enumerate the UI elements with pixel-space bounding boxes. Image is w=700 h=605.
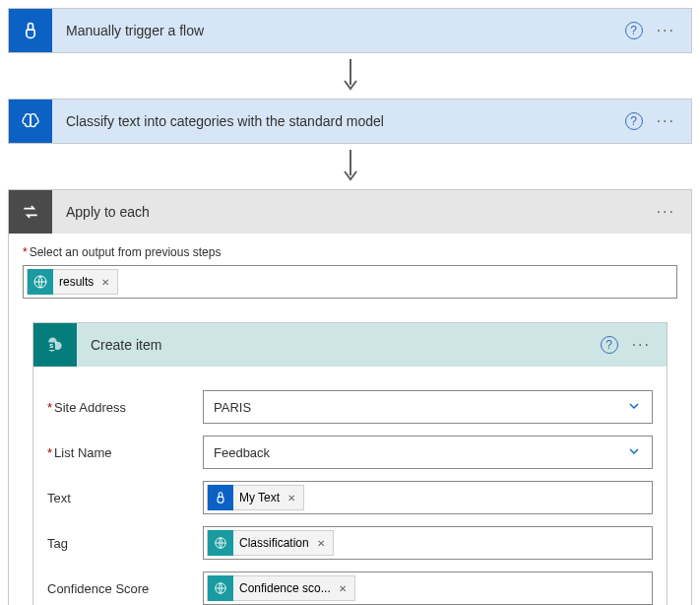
touch-icon [9, 9, 52, 52]
more-icon[interactable]: ··· [653, 203, 679, 221]
apply-each-header[interactable]: Apply to each ··· [9, 190, 691, 234]
select-output-input[interactable]: results ✕ [23, 265, 677, 299]
token-label: results [59, 275, 94, 289]
close-icon[interactable]: ✕ [101, 277, 109, 288]
step-classify-text[interactable]: Classify text into categories with the s… [8, 99, 692, 144]
more-icon[interactable]: ··· [653, 112, 679, 130]
text-label: Text [47, 491, 195, 505]
token-label: Classification [239, 536, 309, 550]
text-input[interactable]: My Text ✕ [203, 481, 653, 514]
token-label: Confidence sco... [239, 581, 331, 595]
list-name-select[interactable]: Feedback [203, 436, 653, 469]
select-output-label: Select an output from previous steps [23, 245, 677, 259]
globe-icon [28, 269, 53, 295]
arrow-connector [8, 53, 692, 99]
token-results[interactable]: results ✕ [27, 269, 118, 295]
sharepoint-icon: S [33, 323, 77, 367]
token-label: My Text [239, 491, 280, 504]
step-title: Classify text into categories with the s… [52, 113, 625, 129]
site-address-label: Site Address [47, 400, 195, 415]
token-classification[interactable]: Classification ✕ [207, 530, 334, 556]
globe-icon [208, 530, 233, 556]
confidence-label: Confidence Score [47, 581, 195, 596]
close-icon[interactable]: ✕ [317, 538, 325, 549]
create-item-header[interactable]: S Create item ? ··· [33, 323, 667, 367]
more-icon[interactable]: ··· [628, 336, 655, 354]
loop-icon [9, 190, 52, 234]
chevron-down-icon [626, 398, 642, 417]
brain-icon [9, 100, 52, 143]
help-icon[interactable]: ? [601, 336, 618, 354]
touch-icon [208, 485, 233, 510]
close-icon[interactable]: ✕ [287, 493, 295, 504]
confidence-input[interactable]: Confidence sco... ✕ [203, 571, 653, 605]
step-title: Manually trigger a flow [52, 23, 625, 38]
site-address-value: PARIS [214, 400, 251, 415]
token-confidence-score[interactable]: Confidence sco... ✕ [207, 575, 355, 601]
token-my-text[interactable]: My Text ✕ [207, 485, 304, 510]
more-icon[interactable]: ··· [653, 22, 679, 39]
help-icon[interactable]: ? [625, 22, 643, 39]
list-name-label: List Name [47, 445, 195, 460]
chevron-down-icon [626, 443, 642, 462]
site-address-select[interactable]: PARIS [203, 390, 653, 424]
step-manual-trigger[interactable]: Manually trigger a flow ? ··· [8, 8, 692, 53]
step-title: Create item [77, 337, 601, 353]
svg-text:S: S [49, 343, 53, 349]
arrow-connector [8, 144, 692, 189]
close-icon[interactable]: ✕ [339, 583, 347, 594]
step-apply-to-each: Apply to each ··· Select an output from … [8, 189, 692, 605]
list-name-value: Feedback [214, 445, 270, 460]
step-title: Apply to each [52, 204, 653, 220]
tag-label: Tag [47, 536, 195, 551]
globe-icon [208, 575, 233, 601]
help-icon[interactable]: ? [625, 112, 643, 130]
tag-input[interactable]: Classification ✕ [203, 526, 653, 560]
step-create-item: S Create item ? ··· Site Address PARIS [32, 322, 668, 605]
